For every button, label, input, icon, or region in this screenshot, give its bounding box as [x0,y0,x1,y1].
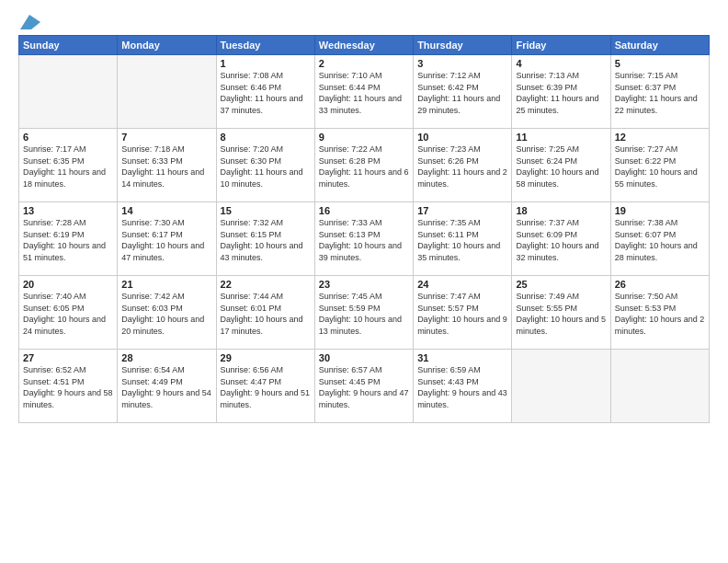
week-row-4: 20Sunrise: 7:40 AM Sunset: 6:05 PM Dayli… [19,276,710,350]
day-cell: 28Sunrise: 6:54 AM Sunset: 4:49 PM Dayli… [118,350,216,423]
day-info: Sunrise: 7:18 AM Sunset: 6:33 PM Dayligh… [121,144,211,190]
day-number: 26 [615,279,705,290]
day-cell: 23Sunrise: 7:45 AM Sunset: 5:59 PM Dayli… [314,276,413,350]
day-cell: 12Sunrise: 7:27 AM Sunset: 6:22 PM Dayli… [610,129,709,202]
day-cell: 3Sunrise: 7:12 AM Sunset: 6:42 PM Daylig… [414,55,512,129]
day-cell: 16Sunrise: 7:33 AM Sunset: 6:13 PM Dayli… [314,202,413,276]
day-cell: 20Sunrise: 7:40 AM Sunset: 6:05 PM Dayli… [19,276,118,350]
weekday-header-saturday: Saturday [610,36,709,55]
day-info: Sunrise: 6:59 AM Sunset: 4:43 PM Dayligh… [417,364,507,410]
day-info: Sunrise: 7:35 AM Sunset: 6:11 PM Dayligh… [417,217,507,263]
day-cell: 22Sunrise: 7:44 AM Sunset: 6:01 PM Dayli… [216,276,314,350]
day-number: 3 [417,58,507,69]
day-cell: 10Sunrise: 7:23 AM Sunset: 6:26 PM Dayli… [414,129,512,202]
day-number: 23 [319,279,409,290]
weekday-header-thursday: Thursday [414,36,512,55]
day-cell: 15Sunrise: 7:32 AM Sunset: 6:15 PM Dayli… [216,202,314,276]
calendar: SundayMondayTuesdayWednesdayThursdayFrid… [18,35,710,423]
day-number: 31 [417,352,507,363]
day-info: Sunrise: 7:13 AM Sunset: 6:39 PM Dayligh… [516,70,606,116]
day-number: 30 [319,352,409,363]
day-cell: 31Sunrise: 6:59 AM Sunset: 4:43 PM Dayli… [414,350,512,423]
day-info: Sunrise: 7:22 AM Sunset: 6:28 PM Dayligh… [319,144,409,190]
day-info: Sunrise: 7:20 AM Sunset: 6:30 PM Dayligh… [221,144,311,190]
day-info: Sunrise: 7:32 AM Sunset: 6:15 PM Dayligh… [221,217,311,263]
day-cell: 25Sunrise: 7:49 AM Sunset: 5:55 PM Dayli… [512,276,610,350]
week-row-1: 1Sunrise: 7:08 AM Sunset: 6:46 PM Daylig… [19,55,710,129]
day-info: Sunrise: 7:50 AM Sunset: 5:53 PM Dayligh… [615,291,705,337]
day-info: Sunrise: 7:15 AM Sunset: 6:37 PM Dayligh… [615,70,705,116]
day-number: 19 [615,205,705,216]
day-cell: 5Sunrise: 7:15 AM Sunset: 6:37 PM Daylig… [610,55,709,129]
day-number: 18 [516,205,606,216]
logo [18,15,40,28]
day-cell: 17Sunrise: 7:35 AM Sunset: 6:11 PM Dayli… [414,202,512,276]
day-number: 12 [615,132,705,143]
day-number: 1 [221,58,311,69]
day-number: 4 [516,58,606,69]
day-number: 16 [319,205,409,216]
day-info: Sunrise: 7:49 AM Sunset: 5:55 PM Dayligh… [516,291,606,337]
day-cell [19,55,118,129]
header [18,15,710,28]
day-cell: 4Sunrise: 7:13 AM Sunset: 6:39 PM Daylig… [512,55,610,129]
weekday-header-sunday: Sunday [19,36,118,55]
day-info: Sunrise: 7:45 AM Sunset: 5:59 PM Dayligh… [319,291,409,337]
day-cell: 8Sunrise: 7:20 AM Sunset: 6:30 PM Daylig… [216,129,314,202]
day-info: Sunrise: 6:52 AM Sunset: 4:51 PM Dayligh… [23,364,113,410]
day-number: 6 [23,132,113,143]
day-number: 10 [417,132,507,143]
page: SundayMondayTuesdayWednesdayThursdayFrid… [0,0,728,563]
day-number: 25 [516,279,606,290]
day-cell: 2Sunrise: 7:10 AM Sunset: 6:44 PM Daylig… [314,55,413,129]
day-info: Sunrise: 7:08 AM Sunset: 6:46 PM Dayligh… [221,70,311,116]
day-info: Sunrise: 7:17 AM Sunset: 6:35 PM Dayligh… [23,144,113,190]
day-number: 29 [221,352,311,363]
day-cell: 6Sunrise: 7:17 AM Sunset: 6:35 PM Daylig… [19,129,118,202]
day-number: 21 [121,279,211,290]
day-info: Sunrise: 7:23 AM Sunset: 6:26 PM Dayligh… [417,144,507,190]
day-cell: 27Sunrise: 6:52 AM Sunset: 4:51 PM Dayli… [19,350,118,423]
day-cell: 1Sunrise: 7:08 AM Sunset: 6:46 PM Daylig… [216,55,314,129]
day-number: 11 [516,132,606,143]
day-info: Sunrise: 6:57 AM Sunset: 4:45 PM Dayligh… [319,364,409,410]
day-info: Sunrise: 7:37 AM Sunset: 6:09 PM Dayligh… [516,217,606,263]
day-number: 27 [23,352,113,363]
day-number: 28 [121,352,211,363]
day-cell: 7Sunrise: 7:18 AM Sunset: 6:33 PM Daylig… [118,129,216,202]
day-cell: 19Sunrise: 7:38 AM Sunset: 6:07 PM Dayli… [610,202,709,276]
day-cell [118,55,216,129]
day-cell: 29Sunrise: 6:56 AM Sunset: 4:47 PM Dayli… [216,350,314,423]
day-number: 7 [121,132,211,143]
day-number: 24 [417,279,507,290]
day-number: 13 [23,205,113,216]
weekday-header-row: SundayMondayTuesdayWednesdayThursdayFrid… [19,36,710,55]
day-cell [512,350,610,423]
day-number: 15 [221,205,311,216]
day-cell: 9Sunrise: 7:22 AM Sunset: 6:28 PM Daylig… [314,129,413,202]
day-number: 22 [221,279,311,290]
day-info: Sunrise: 6:56 AM Sunset: 4:47 PM Dayligh… [221,364,311,410]
week-row-3: 13Sunrise: 7:28 AM Sunset: 6:19 PM Dayli… [19,202,710,276]
day-info: Sunrise: 7:25 AM Sunset: 6:24 PM Dayligh… [516,144,606,190]
day-info: Sunrise: 7:12 AM Sunset: 6:42 PM Dayligh… [417,70,507,116]
day-info: Sunrise: 7:28 AM Sunset: 6:19 PM Dayligh… [23,217,113,263]
weekday-header-friday: Friday [512,36,610,55]
day-cell: 11Sunrise: 7:25 AM Sunset: 6:24 PM Dayli… [512,129,610,202]
day-info: Sunrise: 7:38 AM Sunset: 6:07 PM Dayligh… [615,217,705,263]
day-info: Sunrise: 7:44 AM Sunset: 6:01 PM Dayligh… [221,291,311,337]
day-cell: 14Sunrise: 7:30 AM Sunset: 6:17 PM Dayli… [118,202,216,276]
day-cell: 18Sunrise: 7:37 AM Sunset: 6:09 PM Dayli… [512,202,610,276]
svg-marker-0 [20,15,40,29]
day-number: 5 [615,58,705,69]
day-info: Sunrise: 7:40 AM Sunset: 6:05 PM Dayligh… [23,291,113,337]
logo-icon [20,15,40,29]
day-number: 17 [417,205,507,216]
day-cell [610,350,709,423]
day-cell: 30Sunrise: 6:57 AM Sunset: 4:45 PM Dayli… [314,350,413,423]
day-info: Sunrise: 7:47 AM Sunset: 5:57 PM Dayligh… [417,291,507,337]
weekday-header-wednesday: Wednesday [314,36,413,55]
day-info: Sunrise: 7:27 AM Sunset: 6:22 PM Dayligh… [615,144,705,190]
day-info: Sunrise: 7:30 AM Sunset: 6:17 PM Dayligh… [121,217,211,263]
day-info: Sunrise: 6:54 AM Sunset: 4:49 PM Dayligh… [121,364,211,410]
